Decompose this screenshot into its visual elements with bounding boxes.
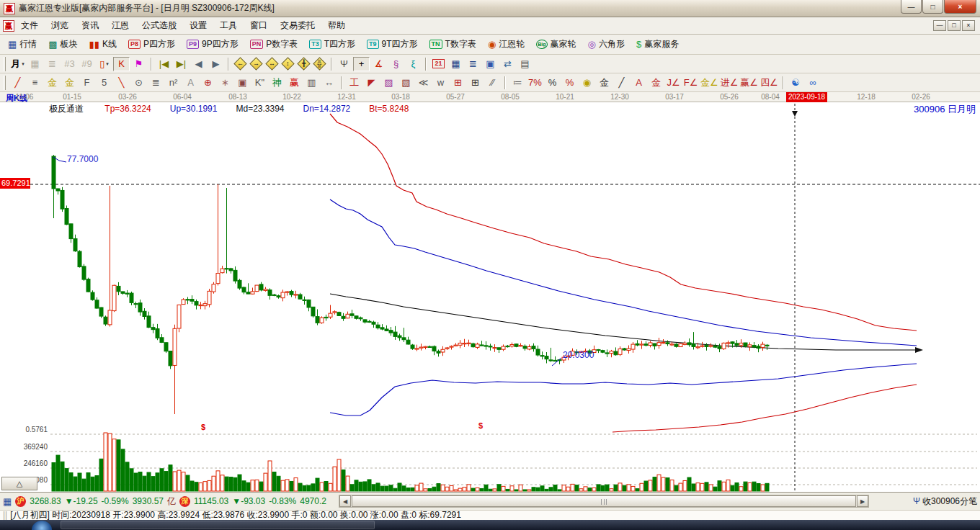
draw-pillar-button[interactable]: 工 — [346, 76, 362, 90]
tool-calculator-button[interactable]: ▦ — [447, 57, 464, 71]
draw-time-circle-button[interactable]: ⊙ — [130, 76, 147, 90]
draw-angles-button[interactable]: ≪ — [415, 76, 432, 90]
menu-item-2[interactable]: 资讯 — [75, 17, 105, 34]
draw-a-channel-button[interactable]: A — [631, 76, 647, 90]
draw-hlines-button[interactable]: ≡ — [27, 76, 43, 90]
menu-item-5[interactable]: 设置 — [183, 17, 213, 34]
nav-last-button[interactable]: ▶| — [173, 57, 190, 71]
draw-f-lines-button[interactable]: F — [79, 76, 95, 90]
tool-wave-button[interactable]: ξ — [405, 57, 422, 71]
draw-pct-lines-button[interactable]: % — [561, 76, 578, 90]
mdi-minimize-button[interactable]: — — [933, 20, 946, 31]
taskbar-app-button[interactable] — [61, 521, 375, 529]
draw-spiral-button[interactable]: 5 — [96, 76, 112, 90]
restore-button[interactable]: □ — [922, 0, 943, 14]
draw-box-rays-button[interactable]: ▨ — [380, 76, 397, 90]
draw-pen-note-button[interactable]: ╱ — [613, 76, 630, 90]
draw-gold-section-button[interactable]: 金 — [44, 76, 61, 90]
minimize-button[interactable]: — — [901, 0, 922, 14]
tool-gann-marker-button[interactable]: § — [388, 57, 404, 71]
tool-infinity-button[interactable]: ∞ — [805, 76, 821, 90]
tool-kline-mode-button[interactable]: K — [113, 57, 130, 71]
menu-item-6[interactable]: 工具 — [213, 17, 244, 34]
draw-rays-button[interactable]: ◤ — [363, 76, 380, 90]
draw-7pct-button[interactable]: 7% — [527, 76, 543, 90]
draw-gold-angle-button[interactable]: 金∠ — [700, 76, 719, 90]
draw-square-spiral-button[interactable]: ▣ — [234, 76, 251, 90]
nav-next-button[interactable]: ▶ — [208, 57, 224, 71]
pan-left-button[interactable]: ← — [233, 57, 247, 71]
draw-star-button[interactable]: ∗ — [217, 76, 233, 90]
draw-gold-band-button[interactable]: 金 — [596, 76, 612, 90]
toolbar-button-winner-wheel[interactable]: Big赢家轮 — [531, 36, 581, 53]
menu-item-9[interactable]: 帮助 — [321, 17, 352, 34]
menu-item-1[interactable]: 浏览 — [45, 17, 75, 34]
tool-notes-button[interactable]: ≣ — [465, 57, 481, 71]
draw-a-angle-button[interactable]: A — [182, 76, 199, 90]
toolbar-button-p-square[interactable]: P8P四方形 — [123, 36, 180, 53]
draw-levels-button[interactable]: ≔ — [509, 76, 526, 90]
tool-angle-measure-button[interactable]: ∡ — [370, 57, 387, 71]
draw-width-button[interactable]: ↔ — [321, 76, 337, 90]
zoom-out-all-button[interactable]: ╬ — [313, 57, 326, 71]
menu-item-7[interactable]: 窗口 — [244, 17, 274, 34]
tool-color-chart-button[interactable]: ⚑ — [130, 57, 147, 71]
draw-shen-button[interactable]: 神 — [269, 76, 285, 90]
candle-style-selector-button[interactable]: ▯▾ — [96, 57, 112, 71]
draw-si-angle-button[interactable]: 四∠ — [760, 76, 779, 90]
draw-f-angle-button[interactable]: F∠ — [682, 76, 699, 90]
scroll-right-button[interactable]: ▶ — [857, 495, 868, 507]
menu-item-8[interactable]: 交易委托 — [274, 17, 321, 34]
pan-both-button[interactable]: ↔ — [265, 57, 279, 71]
zoom-vertical-button[interactable]: ↕ — [281, 57, 295, 71]
nav-prev-button[interactable]: ◀ — [190, 57, 207, 71]
close-button[interactable]: × — [944, 0, 976, 14]
tool-data-transfer-button[interactable]: ▤ — [517, 57, 533, 71]
toolbar-button-t-square[interactable]: T3T四方形 — [304, 36, 360, 53]
toolbar-button-sectors[interactable]: ▩板块 — [43, 36, 82, 53]
toolbar-button-hexagon[interactable]: ◎六角形 — [583, 36, 630, 53]
draw-zigzag-button[interactable]: w — [432, 76, 449, 90]
toolbar-button-9p-square[interactable]: P99P四方形 — [182, 36, 244, 53]
draw-pen-flag-button[interactable]: ╲ — [113, 76, 130, 90]
draw-ying-angle-button[interactable]: 赢∠ — [739, 76, 759, 90]
tool-hand-button[interactable]: Ψ — [336, 57, 352, 71]
menu-item-4[interactable]: 公式选股 — [135, 17, 183, 34]
draw-grid-dark-button[interactable]: ⊞ — [467, 76, 484, 90]
start-button-icon[interactable] — [32, 521, 52, 530]
draw-grid-button[interactable]: ⊞ — [450, 76, 466, 90]
draw-j-angle-button[interactable]: J∠ — [665, 76, 682, 90]
quote-grid-icon[interactable]: ▦ — [3, 496, 12, 507]
period-selector-button[interactable]: 月▾ — [9, 57, 26, 71]
draw-slashes-button[interactable]: ∕∕ — [484, 76, 501, 90]
mdi-close-button[interactable]: × — [962, 20, 975, 31]
toolbar-button-quotes[interactable]: ▦行情 — [3, 36, 42, 53]
draw-ying-button[interactable]: 赢 — [286, 76, 303, 90]
toolbar-button-gann-wheel[interactable]: ◉江恩轮 — [483, 36, 530, 53]
draw-time-lines-button[interactable]: ≣ — [148, 76, 164, 90]
toolbar-button-kline[interactable]: ▮▮K线 — [84, 36, 122, 53]
draw-ruler-button[interactable]: ▥ — [303, 76, 320, 90]
volume-pane-toggle-button[interactable]: △ — [1, 477, 37, 490]
price-chart-canvas[interactable] — [0, 92, 980, 492]
tool-taiji-button[interactable]: ☯ — [788, 76, 804, 90]
horizontal-scrollbar[interactable]: ◀ ▶ — [339, 495, 869, 508]
tool-crosshair-button[interactable]: + — [353, 57, 370, 71]
draw-gold-circle-button[interactable]: ◉ — [579, 76, 595, 90]
draw-gann-circle-button[interactable]: ⊕ — [200, 76, 216, 90]
pan-right-button[interactable]: → — [249, 57, 263, 71]
zoom-in-all-button[interactable]: ╋ — [297, 57, 311, 71]
draw-n-square-button[interactable]: n² — [165, 76, 182, 90]
tool-save-button[interactable]: ▣ — [482, 57, 499, 71]
tool-export-button[interactable]: ⇄ — [499, 57, 516, 71]
mdi-restore-button[interactable]: □ — [948, 20, 961, 31]
toolbar-button-9t-square[interactable]: T99T四方形 — [362, 36, 423, 53]
draw-gold-extension-button[interactable]: 金 — [61, 76, 78, 90]
draw-pct-button[interactable]: % — [544, 76, 561, 90]
scrollbar-thumb[interactable] — [352, 495, 856, 507]
nav-first-button[interactable]: |◀ — [156, 57, 172, 71]
draw-jin-angle-button[interactable]: 进∠ — [720, 76, 739, 90]
draw-k-note-button[interactable]: K" — [251, 76, 268, 90]
toolbar-button-winner-service[interactable]: $赢家服务 — [631, 36, 684, 53]
tool-calendar-button[interactable]: 21 — [430, 57, 447, 71]
